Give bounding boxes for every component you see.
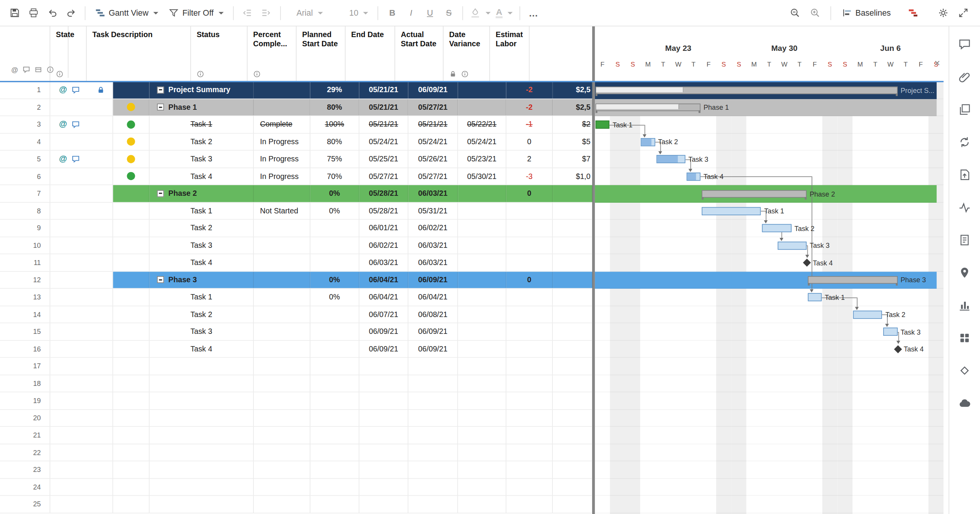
cell-labor[interactable]: [553, 444, 592, 460]
cell-end[interactable]: [408, 444, 458, 460]
cell-state[interactable]: [113, 168, 149, 184]
collapse-toolbar-button[interactable]: [954, 3, 972, 22]
gantt-milestone[interactable]: [803, 259, 811, 267]
cell-labor[interactable]: [553, 410, 592, 426]
cell-labor[interactable]: [553, 220, 592, 236]
charts-button[interactable]: [954, 295, 975, 315]
cell-end[interactable]: 06/09/21: [408, 323, 458, 340]
cell-status[interactable]: [254, 478, 310, 495]
gantt-bar-task[interactable]: [656, 155, 685, 163]
cell-desc[interactable]: Task 4: [150, 340, 254, 357]
cell-start[interactable]: 05/21/21: [359, 81, 408, 98]
cell-desc[interactable]: Task 1: [150, 116, 254, 133]
cell-actual[interactable]: [458, 81, 506, 98]
cell-variance[interactable]: [506, 427, 553, 443]
cloud-button[interactable]: [954, 393, 975, 413]
gantt-bar-summary[interactable]: [702, 190, 807, 198]
cell-end[interactable]: [408, 392, 458, 409]
cell-status[interactable]: In Progress: [254, 151, 310, 167]
cell-status[interactable]: [254, 272, 310, 288]
gantt-bar-task[interactable]: [641, 138, 655, 146]
comment-icon[interactable]: [72, 155, 80, 163]
gantt-bar-task[interactable]: [702, 207, 761, 215]
cell-state[interactable]: [113, 478, 149, 495]
cell-icons[interactable]: [50, 272, 113, 288]
column-header-pct[interactable]: Percent Comple...: [248, 26, 297, 81]
cell-start[interactable]: [359, 496, 408, 512]
cell-state[interactable]: [113, 133, 149, 150]
cell-variance[interactable]: 0: [506, 272, 553, 288]
cell-variance[interactable]: 0: [506, 133, 553, 150]
cell-icons[interactable]: [50, 340, 113, 357]
outdent-button[interactable]: [238, 3, 257, 22]
cell-state[interactable]: [113, 99, 149, 115]
cell-labor[interactable]: [553, 289, 592, 305]
redo-button[interactable]: [62, 3, 80, 22]
cell-state[interactable]: [113, 81, 149, 98]
cell-actual[interactable]: [458, 202, 506, 219]
collapse-toggle[interactable]: [157, 104, 164, 111]
cell-pct[interactable]: [310, 410, 359, 426]
cell-start[interactable]: 06/01/21: [359, 220, 408, 236]
cell-icons[interactable]: [50, 392, 113, 409]
font-size-select[interactable]: 10: [344, 3, 373, 22]
cell-desc[interactable]: Task 3: [150, 151, 254, 167]
cell-desc[interactable]: Task 2: [150, 306, 254, 322]
cell-labor[interactable]: $2,5: [553, 99, 592, 115]
cell-start[interactable]: [359, 410, 408, 426]
cell-actual[interactable]: [458, 185, 506, 202]
cell-desc[interactable]: Phase 2: [150, 185, 254, 202]
cell-labor[interactable]: $7: [553, 151, 592, 167]
cell-status[interactable]: [254, 392, 310, 409]
comment-icon[interactable]: [72, 120, 80, 128]
gantt-bar-done[interactable]: [596, 120, 609, 128]
cell-variance[interactable]: [506, 220, 553, 236]
cell-labor[interactable]: [553, 340, 592, 357]
cell-actual[interactable]: [458, 237, 506, 253]
cell-actual[interactable]: [458, 99, 506, 115]
cell-state[interactable]: [113, 340, 149, 357]
cell-variance[interactable]: [506, 306, 553, 322]
cell-status[interactable]: [254, 185, 310, 202]
cell-variance[interactable]: -2: [506, 81, 553, 98]
cell-state[interactable]: [113, 202, 149, 219]
cell-actual[interactable]: [458, 254, 506, 271]
cell-status[interactable]: [254, 323, 310, 340]
cell-pct[interactable]: 0%: [310, 272, 359, 288]
column-header-desc[interactable]: Task Description: [87, 26, 191, 81]
cell-variance[interactable]: -1: [506, 116, 553, 133]
settings-button[interactable]: [934, 3, 952, 22]
filter-button[interactable]: Filter Off: [163, 3, 229, 22]
cell-desc[interactable]: Task 2: [150, 133, 254, 150]
cell-state[interactable]: [113, 358, 149, 374]
cell-labor[interactable]: [553, 202, 592, 219]
cell-start[interactable]: 05/21/21: [359, 99, 408, 115]
cell-labor[interactable]: [553, 427, 592, 443]
cell-status[interactable]: [254, 254, 310, 271]
cell-end[interactable]: [408, 375, 458, 391]
cell-variance[interactable]: [506, 478, 553, 495]
gantt-bar-task[interactable]: [777, 241, 807, 249]
cell-icons[interactable]: [50, 289, 113, 305]
underline-button[interactable]: U: [421, 3, 439, 22]
cell-end[interactable]: 06/03/21: [408, 237, 458, 253]
cell-state[interactable]: [113, 306, 149, 322]
cell-state[interactable]: [113, 185, 149, 202]
cell-status[interactable]: [254, 358, 310, 374]
cell-actual[interactable]: [458, 220, 506, 236]
cell-end[interactable]: 05/31/21: [408, 202, 458, 219]
cell-end[interactable]: [408, 410, 458, 426]
collapse-toggle[interactable]: [157, 190, 164, 197]
cell-state[interactable]: [113, 392, 149, 409]
cell-desc[interactable]: Task 2: [150, 220, 254, 236]
cell-pct[interactable]: [310, 496, 359, 512]
cell-status[interactable]: [254, 375, 310, 391]
italic-button[interactable]: I: [402, 3, 420, 22]
critical-path-button[interactable]: [903, 3, 922, 22]
cell-pct[interactable]: [310, 392, 359, 409]
column-header-status[interactable]: Status: [191, 26, 248, 81]
cell-actual[interactable]: 05/30/21: [458, 168, 506, 184]
zoom-in-button[interactable]: [806, 3, 825, 22]
gantt-bar-task[interactable]: [853, 311, 882, 319]
cell-actual[interactable]: [458, 496, 506, 512]
